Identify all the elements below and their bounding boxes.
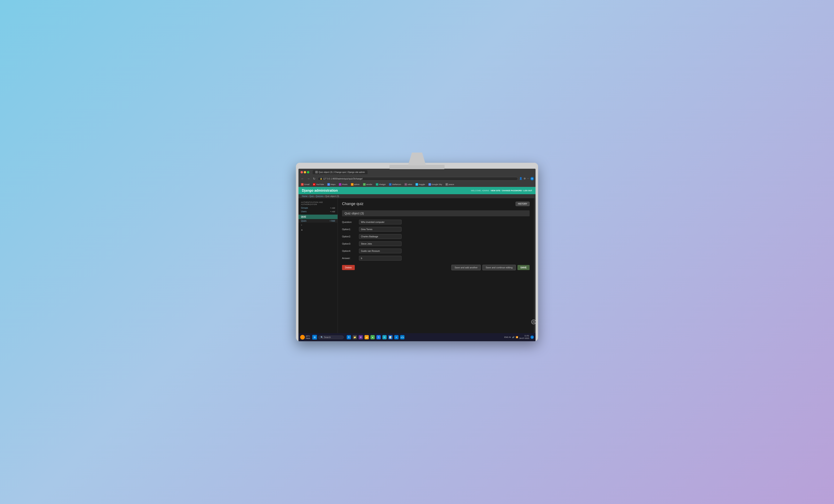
youtube-icon: ▶ xyxy=(313,183,315,186)
django-header: Django administration WELCOME, ADMIN3 VI… xyxy=(299,187,535,194)
option3-input[interactable] xyxy=(359,241,401,246)
chatgpt-icon: C xyxy=(376,183,378,186)
save-add-button[interactable]: Save and add another xyxy=(452,265,481,270)
profile-icon[interactable]: 👤 xyxy=(519,177,522,180)
bookmark-gmail[interactable]: G Gmail xyxy=(300,183,310,186)
quizzes-label: Quizs xyxy=(301,220,307,222)
answer-input[interactable] xyxy=(359,256,401,261)
bookmark-vendor[interactable]: V vendor xyxy=(362,183,373,186)
view-site-link[interactable]: VIEW SITE xyxy=(491,190,501,192)
taskbar-app2-icon[interactable]: ⟳ xyxy=(382,335,387,339)
pixels-icon: P xyxy=(339,183,342,186)
bookmark-googlesky[interactable]: G Google Sky xyxy=(427,183,443,186)
object-title: Quiz object (3) xyxy=(342,210,530,216)
users-label: Users xyxy=(301,210,307,213)
minimize-btn[interactable] xyxy=(304,171,306,173)
groups-add-link[interactable]: + Add xyxy=(330,207,335,209)
search-icon: 🔍 xyxy=(321,336,323,338)
history-button[interactable]: HISTORY xyxy=(515,202,530,206)
bookmark-maps[interactable]: M Maps xyxy=(327,183,336,186)
quizzes-add-link[interactable]: + Add xyxy=(329,220,335,222)
odoo-icon: O xyxy=(404,183,407,186)
forward-button[interactable]: → xyxy=(306,177,311,181)
window-controls xyxy=(301,171,309,173)
monitor-stand-assembly xyxy=(389,153,445,169)
taskbar-skype-icon[interactable]: S xyxy=(376,335,381,339)
sidebar-item-groups[interactable]: Groups + Add xyxy=(299,206,337,210)
breadcrumb-quizzes[interactable]: Quizzes xyxy=(316,195,323,197)
notification-badge[interactable]: 1 xyxy=(530,335,534,339)
taskbar-notes-icon[interactable]: 📝 xyxy=(388,335,393,339)
bookmark-admin[interactable]: A admin xyxy=(350,183,360,186)
sidebar-item-users[interactable]: Users + Add xyxy=(299,210,337,213)
weather-temp: 33°C xyxy=(306,335,310,337)
sidebar: AUTHENTICATION AND AUTHORIZATION Groups … xyxy=(299,198,338,333)
address-bar[interactable]: 🔒 127.0.0.1:8000/admin/quiz/quiz/3/chang… xyxy=(317,177,518,181)
weather-widget: 33°C Haze xyxy=(300,335,310,339)
form-area: Change quiz HISTORY Quiz object (3) Ques… xyxy=(338,198,534,333)
maximize-btn[interactable] xyxy=(307,171,309,173)
weather-condition: Haze xyxy=(306,337,310,339)
taskbar-browser-icon[interactable]: e xyxy=(394,335,398,339)
taskbar-vscode-icon[interactable]: ≺/≻ xyxy=(400,335,404,339)
back-button[interactable]: ← xyxy=(300,177,305,181)
vendor-label: vendor xyxy=(366,183,372,185)
tab-favicon xyxy=(315,171,318,173)
taskbar-apps: B 📁 M 📂 ● S ⟳ 📝 e ≺/≻ xyxy=(347,335,404,339)
bookmark-stellarium[interactable]: S Stellarium xyxy=(388,183,402,186)
taskbar-meet-icon[interactable]: M xyxy=(358,335,363,339)
users-add-link[interactable]: + Add xyxy=(330,211,335,213)
change-password-link[interactable]: CHANGE PASSWORD xyxy=(502,190,522,192)
auth-section-title: AUTHENTICATION AND AUTHORIZATION xyxy=(299,200,337,206)
option2-row: Option2: xyxy=(342,234,530,239)
save-button[interactable]: SAVE xyxy=(518,265,530,270)
welcome-text: WELCOME, ADMIN3 xyxy=(471,190,489,192)
bookmark-odoo[interactable]: O odoo xyxy=(403,183,413,186)
taskbar-folder-icon[interactable]: 📂 xyxy=(365,335,369,339)
save-continue-button[interactable]: Save and continue editing xyxy=(482,265,516,270)
chatgpt-label: chatgpt xyxy=(379,183,386,185)
form-content-header: Change quiz HISTORY xyxy=(342,202,530,209)
network-icon[interactable]: 📶 xyxy=(516,336,518,338)
sidebar-plus-btn[interactable]: + xyxy=(299,227,337,233)
option2-label: Option2: xyxy=(342,235,359,238)
option4-input[interactable] xyxy=(359,248,401,253)
menu-icon[interactable]: ··· xyxy=(527,177,529,180)
bookmark-pixels[interactable]: P Pixels xyxy=(338,183,348,186)
sidebar-item-quizzes[interactable]: Quizs + Add xyxy=(299,219,337,223)
browser-window: Quiz object (3) | Change quiz | Django s… xyxy=(299,169,535,341)
lock-icon: 🔒 xyxy=(320,178,322,180)
taskbar-search[interactable]: 🔍 Search xyxy=(318,335,344,339)
bookmark-youtube[interactable]: ▶ YouTube xyxy=(312,183,325,186)
taskbar-files-icon[interactable]: 📁 xyxy=(353,335,357,339)
bookmark-kaggle[interactable]: K Kaggle xyxy=(415,183,426,186)
sidebar-collapse-btn[interactable]: « xyxy=(299,223,337,227)
browser-tab[interactable]: Quiz object (3) | Change quiz | Django s… xyxy=(313,170,368,174)
stellarium-icon: S xyxy=(389,183,392,186)
taskbar-edge-icon[interactable]: B xyxy=(347,335,351,339)
refresh-button[interactable]: ↻ xyxy=(312,177,316,181)
question-input[interactable] xyxy=(359,220,401,224)
extensions-icon[interactable]: ⊕ xyxy=(524,177,526,180)
log-out-link[interactable]: LOG OUT xyxy=(523,190,532,192)
breadcrumb-home[interactable]: Home xyxy=(302,195,308,197)
option2-input[interactable] xyxy=(359,234,401,239)
taskbar-chrome-icon[interactable]: ● xyxy=(371,335,375,339)
language-indicator: ENG IN xyxy=(504,336,511,338)
bing-icon[interactable]: B xyxy=(530,177,534,180)
power-button[interactable]: ⏻ xyxy=(531,320,536,324)
bookmark-chatgpt[interactable]: C chatgpt xyxy=(375,183,387,186)
delete-button[interactable]: Delete xyxy=(342,265,355,270)
django-content: AUTHENTICATION AND AUTHORIZATION Groups … xyxy=(299,198,535,333)
browser-navbar: ← → ↻ 🔒 127.0.0.1:8000/admin/quiz/quiz/3… xyxy=(299,176,535,182)
start-button[interactable]: ⊞ xyxy=(312,335,317,339)
option1-input[interactable] xyxy=(359,227,401,232)
close-btn[interactable] xyxy=(301,171,303,173)
breadcrumb-quiz[interactable]: Quiz xyxy=(309,195,314,197)
django-site-title: Django administration xyxy=(302,189,338,193)
nav-icons: 👤 ⊕ ··· B xyxy=(519,177,534,180)
speaker-icon[interactable]: 🔊 xyxy=(512,336,514,338)
bookmark-peace[interactable]: 🕊 peace xyxy=(445,183,455,186)
monitor: Quiz object (3) | Change quiz | Django s… xyxy=(296,163,538,341)
browser-titlebar: Quiz object (3) | Change quiz | Django s… xyxy=(299,169,535,176)
